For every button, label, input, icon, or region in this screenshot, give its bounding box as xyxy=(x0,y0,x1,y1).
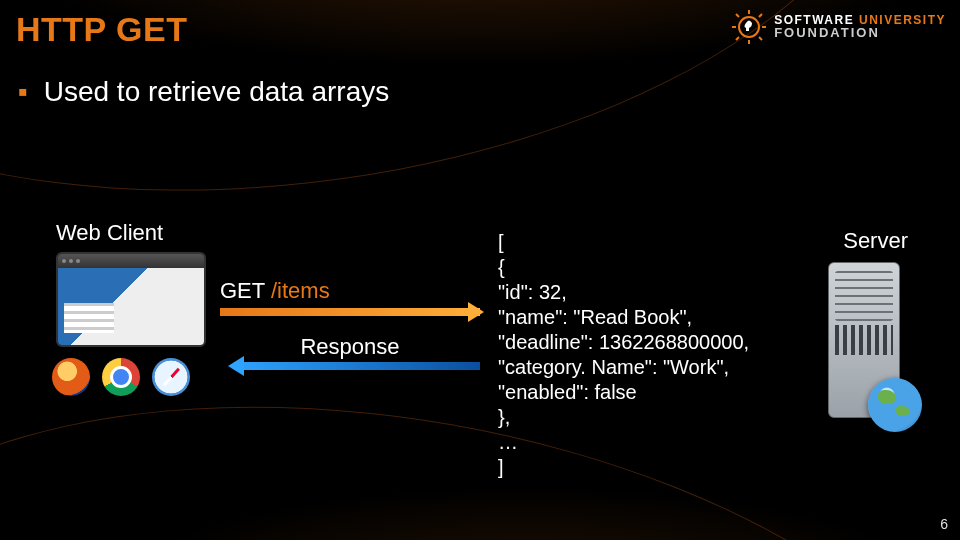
slide-subtitle: ▪ Used to retrieve data arrays xyxy=(18,76,389,108)
json-response-body: [ { "id": 32, "name": "Read Book", "dead… xyxy=(498,230,749,480)
safari-icon xyxy=(152,358,190,396)
request-arrow-icon xyxy=(220,308,480,316)
response-label: Response xyxy=(220,334,480,360)
chrome-icon xyxy=(102,358,140,396)
browser-screenshot xyxy=(56,252,206,347)
globe-icon xyxy=(868,378,922,432)
logo-line2: FOUNDATION xyxy=(774,26,946,40)
server-label: Server xyxy=(843,228,908,254)
page-number: 6 xyxy=(940,516,948,532)
lightbulb-gear-icon xyxy=(732,10,766,44)
server-graphic xyxy=(828,262,916,430)
request-response-arrows: GET /items Response xyxy=(220,278,480,370)
bullet-icon: ▪ xyxy=(18,76,28,107)
slide-title: HTTP GET xyxy=(16,10,188,49)
request-path: /items xyxy=(271,278,330,303)
web-client-label: Web Client xyxy=(56,220,163,246)
subtitle-text: Used to retrieve data arrays xyxy=(44,76,390,107)
foundation-logo: SOFTWARE UNIVERSITY FOUNDATION xyxy=(732,10,946,44)
browser-icons xyxy=(52,358,190,396)
request-method: GET xyxy=(220,278,265,303)
firefox-icon xyxy=(52,358,90,396)
response-arrow-icon xyxy=(234,362,480,370)
